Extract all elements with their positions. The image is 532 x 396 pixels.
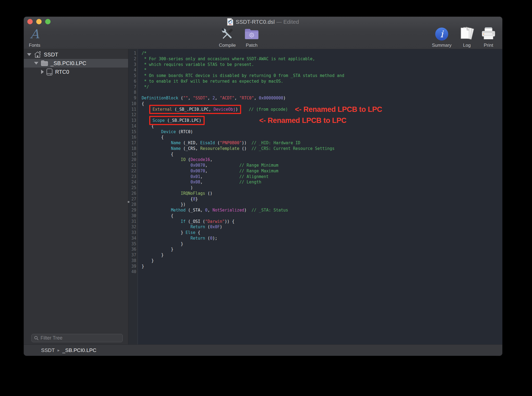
line-number: 15 [128, 129, 138, 135]
line-number: 33 [128, 230, 138, 236]
code-line[interactable]: DefinitionBlock ("", "SSDT", 2, "ACDT", … [142, 96, 502, 101]
code-line[interactable]: External (_SB_.PCI0.LPC, DeviceObj) // (… [142, 107, 502, 113]
code-line[interactable]: }) [142, 202, 502, 208]
window-title: SSDT-RTC0.dsl — Edited [236, 19, 299, 25]
code-line[interactable]: ) [142, 185, 502, 191]
code-line[interactable]: Method (_STA, 0, NotSerialized) // _STA:… [142, 208, 502, 213]
fonts-button[interactable]: A Fonts [26, 26, 43, 48]
code-line[interactable]: { [142, 213, 502, 219]
line-number: 38 [128, 258, 138, 264]
code-line[interactable]: } [142, 241, 502, 247]
filter-tree-input[interactable] [41, 335, 120, 341]
home-icon [34, 51, 41, 58]
disclosure-right-icon[interactable] [41, 70, 44, 74]
code-line[interactable]: Scope (_SB.PCI0.LPC)<- Renamed LPCB to L… [142, 118, 502, 124]
tree-item-label: _SB.PCI0.LPC [51, 60, 86, 66]
folder-icon [41, 60, 48, 66]
tree-item-rtc0[interactable]: RTC0 [24, 68, 128, 76]
desktop-background: DSL SSDT-RTC0.dsl — Edited A Fonts [0, 0, 532, 396]
code-line[interactable]: IO (Decode16, [142, 157, 502, 163]
line-number: 22 [128, 169, 138, 174]
rename-annotation: <- Renamed LPCB to LPC [259, 118, 347, 123]
fonts-label: Fonts [29, 43, 41, 48]
code-line[interactable]: IRQNoFlags () [142, 191, 502, 197]
line-number: 36 [128, 247, 138, 253]
log-button[interactable]: Log [457, 26, 476, 48]
breadcrumb-leaf[interactable]: _SB.PCI0.LPC [62, 347, 97, 353]
code-line[interactable]: * [142, 68, 502, 73]
patch-button[interactable]: Patch [240, 26, 264, 48]
line-number: 9 [128, 96, 138, 101]
code-line[interactable]: * For 300-series only and occasions wher… [142, 56, 502, 62]
code-line[interactable]: */ [142, 85, 502, 90]
compile-label: Compile [219, 43, 236, 48]
code-line[interactable]: Device (RTC0) [142, 129, 502, 135]
line-number: 35 [128, 241, 138, 247]
device-icon [46, 68, 53, 76]
line-number: 1 [128, 51, 138, 56]
line-number: 6 [128, 79, 138, 85]
code-line[interactable]: } Else { [142, 230, 502, 236]
disclosure-down-icon[interactable] [27, 53, 31, 56]
line-number: 10 [128, 101, 138, 107]
line-number: 30 [128, 213, 138, 219]
print-button[interactable]: Print [478, 26, 499, 48]
line-number: 19 [128, 152, 138, 157]
line-number: 29 [128, 208, 138, 213]
line-number: 37 [128, 253, 138, 258]
splitter-handle-icon[interactable] [128, 201, 129, 203]
line-number: 16 [128, 135, 138, 140]
line-number: 39 [128, 264, 138, 270]
print-label: Print [484, 43, 493, 48]
code-line[interactable]: } [142, 247, 502, 253]
code-line[interactable]: * to enable it 0xF will be returned as e… [142, 79, 502, 85]
line-number: 18 [128, 146, 138, 152]
code-line[interactable]: 0x0070, // Range Maximum [142, 169, 502, 174]
patch-folder-icon [244, 26, 259, 42]
code-line[interactable]: Name (_CRS, ResourceTemplate () // _CRS:… [142, 146, 502, 152]
code-line[interactable]: 0x01, // Alignment [142, 174, 502, 180]
line-number: 25 [128, 185, 138, 191]
document-icon: DSL [227, 18, 233, 26]
red-highlight-box: External (_SB_.PCI0.LPC, DeviceObj) [149, 105, 241, 114]
patch-label: Patch [246, 43, 257, 48]
compile-icon [220, 26, 235, 42]
maciasl-window: DSL SSDT-RTC0.dsl — Edited A Fonts [24, 17, 502, 356]
code-line[interactable]: } [142, 264, 502, 270]
tree-item-ssdt[interactable]: SSDT [24, 50, 128, 59]
code-line[interactable]: 0x08, // Length [142, 180, 502, 185]
code-line[interactable]: If (_OSI ("Darwin")) { [142, 219, 502, 225]
line-number-gutter: 1234567891011121314151617181920212223242… [128, 49, 138, 344]
disclosure-down-icon[interactable] [34, 62, 38, 65]
line-number: 26 [128, 191, 138, 197]
code-line[interactable]: Return (0x0F) [142, 224, 502, 230]
line-number: 40 [128, 269, 138, 275]
code-area[interactable]: /* * For 300-series only and occasions w… [138, 49, 502, 344]
code-line[interactable]: Return (0); [142, 236, 502, 241]
code-line[interactable]: { [142, 152, 502, 157]
line-number: 5 [128, 73, 138, 79]
status-bar: SSDT ▸ _SB.PCI0.LPC [24, 344, 502, 356]
breadcrumb-separator-icon: ▸ [58, 348, 60, 353]
line-number: 12 [128, 112, 138, 118]
code-line[interactable]: } [142, 253, 502, 258]
code-line[interactable] [142, 90, 502, 96]
breadcrumb-root[interactable]: SSDT [41, 347, 55, 353]
code-line[interactable]: { [142, 135, 502, 140]
tree-item-sb-pci0-lpc[interactable]: _SB.PCI0.LPC [24, 59, 128, 68]
summary-label: Summary [432, 43, 452, 48]
code-line[interactable]: * which requires variable STAS to be pre… [142, 62, 502, 68]
compile-button[interactable]: Compile [214, 26, 241, 48]
summary-button[interactable]: i Summary [428, 26, 455, 48]
code-line[interactable]: 0x0070, // Range Minimum [142, 163, 502, 169]
code-line[interactable] [142, 269, 502, 275]
window-title-filename: SSDT-RTC0.dsl [236, 19, 275, 25]
code-line[interactable]: {8} [142, 197, 502, 202]
code-line[interactable]: /* [142, 51, 502, 56]
code-line[interactable]: Name (_HID, EisaId ("PNP0B00")) // _HID:… [142, 140, 502, 146]
code-line[interactable]: } [142, 258, 502, 264]
code-line[interactable]: * On some boards RTC device is disabled … [142, 73, 502, 79]
info-icon: i [435, 26, 449, 42]
svg-text:DSL: DSL [229, 24, 232, 25]
line-number: 7 [128, 85, 138, 90]
